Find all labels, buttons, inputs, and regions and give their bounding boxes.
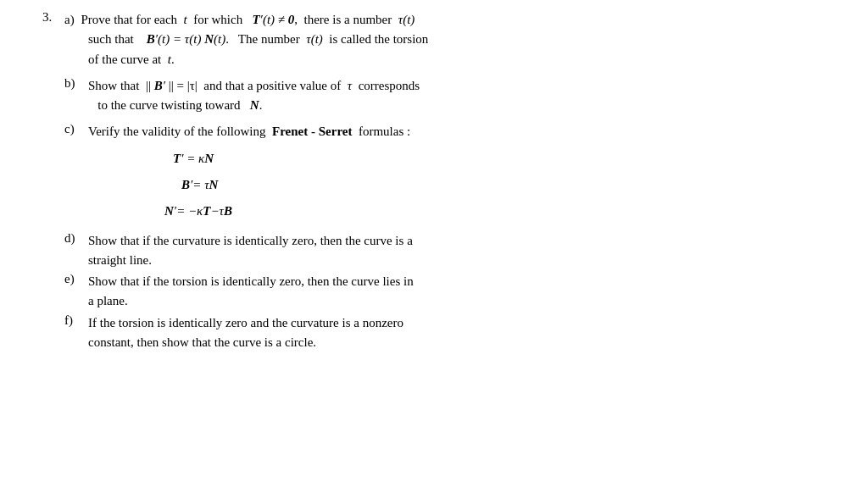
part-c-line1: Verify the validity of the following Fre… xyxy=(88,122,410,141)
part-f: f) If the torsion is identically zero an… xyxy=(42,313,834,353)
var-N: N xyxy=(250,98,259,112)
part-e-label: e) xyxy=(64,272,88,312)
var-t2: t xyxy=(168,53,171,66)
part-a: a) Prove that for each t for which T′(t)… xyxy=(64,10,428,69)
part-b-label: b) xyxy=(64,76,88,116)
var-t: t xyxy=(184,13,187,26)
part-d-line1: Show that if the curvature is identicall… xyxy=(88,231,413,251)
part-c-content: Verify the validity of the following Fre… xyxy=(88,122,410,227)
part-b-line1: Show that || B′ || = |τ| and that a posi… xyxy=(88,76,420,96)
part-e-content: Show that if the torsion is identically … xyxy=(88,272,414,312)
part-f-line2: constant, then show that the curve is a … xyxy=(88,333,403,352)
expr-tau-t: τ(t) xyxy=(398,13,415,26)
part-c-label: c) xyxy=(64,122,88,227)
frenet-label: Frenet - Serret xyxy=(272,125,352,138)
part-a-label: a) xyxy=(64,13,75,26)
formula-3: N′= −κT−τB xyxy=(164,200,410,223)
part-f-line1: If the torsion is identically zero and t… xyxy=(88,313,403,333)
part-d-content: Show that if the curvature is identicall… xyxy=(88,231,413,271)
expr-B-prime-eq: B′(t) = τ(t) N(t) xyxy=(147,32,225,46)
part-e: e) Show that if the torsion is identical… xyxy=(42,272,834,312)
var-tau: τ xyxy=(348,79,352,92)
problem-header: 3. a) Prove that for each t for which T′… xyxy=(42,10,834,69)
part-c: c) Verify the validity of the following … xyxy=(42,122,834,227)
part-e-line1: Show that if the torsion is identically … xyxy=(88,272,414,291)
expr-T-prime: T′(t) ≠ 0 xyxy=(252,13,294,26)
part-a-line3: of the curve at t. xyxy=(64,50,428,69)
expr-B-prime-norm: B′ xyxy=(154,79,165,92)
part-d-line2: straight line. xyxy=(88,251,413,270)
part-b: b) Show that || B′ || = |τ| and that a p… xyxy=(42,76,834,116)
problem-container: 3. a) Prove that for each t for which T′… xyxy=(42,10,834,477)
part-a-text: Prove that for each t for which T′(t) ≠ … xyxy=(81,13,415,26)
formula-2: B′= τN xyxy=(181,174,410,196)
part-e-line2: a plane. xyxy=(88,291,414,311)
part-d-label: d) xyxy=(64,231,88,271)
problem-number: 3. xyxy=(42,10,64,69)
part-d: d) Show that if the curvature is identic… xyxy=(42,231,834,271)
frenet-formulas: T′ = κN B′= τN N′= −κT−τB xyxy=(156,147,410,223)
part-a-line2: such that B′(t) = τ(t) N(t). The number … xyxy=(64,30,428,49)
part-f-label: f) xyxy=(64,313,88,353)
part-b-line2: to the curve twisting toward N. xyxy=(88,96,420,115)
part-b-content: Show that || B′ || = |τ| and that a posi… xyxy=(88,76,420,116)
expr-tau-t2: τ(t) xyxy=(306,32,323,46)
part-f-content: If the torsion is identically zero and t… xyxy=(88,313,403,353)
formula-1: T′ = κN xyxy=(173,147,410,170)
